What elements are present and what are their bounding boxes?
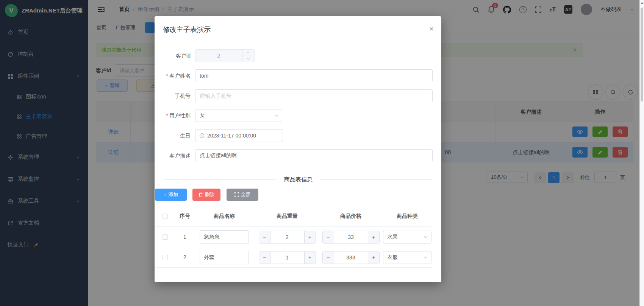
weight-stepper: − 2 + [259, 231, 316, 244]
column-header-name: 商品名称 [194, 213, 255, 220]
description-label: 客户描述 [155, 149, 191, 162]
chevron-down-icon [424, 235, 428, 239]
select-all-checkbox[interactable] [163, 214, 168, 219]
phone-label: 手机号 [155, 89, 191, 102]
decrease-button[interactable]: − [259, 231, 270, 243]
product-table-header: 序号 商品名称 商品重量 商品价格 商品种类 [155, 206, 433, 227]
customer-id-label: 客户id [155, 49, 191, 62]
product-row: 2 − 1 + − 333 + 衣服 [155, 247, 433, 268]
birthday-date-picker[interactable]: 2023-11-17 00:00:00 [195, 129, 283, 142]
row-index: 1 [176, 233, 194, 240]
chevron-down-icon [274, 113, 279, 118]
section-divider: 商品表信息 [164, 175, 433, 184]
weight-value[interactable]: 1 [270, 251, 304, 264]
edit-dialog: 修改主子表演示 × 客户id 2 *客户姓名 手机号 *用户性别 女 生日 20… [155, 16, 441, 282]
price-value[interactable]: 33 [334, 231, 368, 243]
product-row: 1 − 2 + − 33 + 水果 [155, 227, 433, 247]
plus-icon: + [164, 192, 167, 198]
clock-icon [199, 133, 205, 138]
product-fullscreen-button[interactable]: 全屏 [227, 189, 258, 201]
row-checkbox[interactable] [163, 234, 168, 240]
section-title: 商品表信息 [277, 176, 320, 183]
increase-button[interactable]: + [304, 251, 316, 264]
price-stepper: − 33 + [322, 231, 380, 244]
customer-id-value: 2 [195, 50, 242, 62]
decrease-button[interactable]: − [259, 251, 270, 264]
product-name-input[interactable] [200, 230, 249, 244]
decrease-button[interactable]: − [323, 251, 334, 264]
row-checkbox[interactable] [163, 255, 168, 260]
gender-select[interactable]: 女 [195, 109, 282, 122]
column-header-category: 商品种类 [382, 213, 433, 220]
product-add-button[interactable]: + 添加 [155, 189, 187, 201]
price-stepper: − 333 + [322, 251, 380, 264]
column-header-weight: 商品重量 [255, 213, 320, 220]
fullscreen-icon [234, 192, 239, 197]
product-delete-button[interactable]: 删除 [192, 189, 220, 201]
increase-button[interactable]: + [304, 231, 316, 243]
weight-stepper: − 1 + [259, 251, 316, 264]
dialog-title: 修改主子表演示 [163, 25, 211, 34]
customer-name-label: *客户姓名 [155, 69, 191, 82]
row-index: 2 [176, 254, 194, 261]
category-select[interactable]: 衣服 [383, 251, 431, 264]
decrease-button [242, 56, 254, 62]
price-value[interactable]: 333 [334, 251, 368, 264]
increase-button [242, 50, 254, 56]
birthday-label: 生日 [155, 129, 191, 142]
customer-id-stepper: 2 [195, 49, 255, 62]
column-header-index: 序号 [176, 212, 194, 219]
trash-icon [199, 192, 203, 197]
weight-value[interactable]: 2 [270, 231, 304, 243]
product-table: 序号 商品名称 商品重量 商品价格 商品种类 1 − 2 + − 33 + [155, 206, 433, 268]
close-icon[interactable]: × [429, 25, 434, 33]
scrollbar-thumb[interactable] [641, 8, 643, 101]
decrease-button[interactable]: − [323, 231, 334, 243]
category-select[interactable]: 水果 [383, 231, 431, 244]
description-input[interactable] [195, 149, 433, 162]
increase-button[interactable]: + [368, 231, 379, 243]
increase-button[interactable]: + [368, 251, 379, 264]
product-name-input[interactable] [200, 251, 249, 264]
gender-label: *用户性别 [155, 109, 191, 122]
column-header-price: 商品价格 [320, 213, 382, 220]
scrollbar[interactable] [639, 0, 644, 306]
chevron-down-icon [424, 255, 428, 260]
customer-name-input[interactable] [195, 69, 433, 82]
scrollbar-up-arrow[interactable] [641, 2, 644, 4]
phone-input[interactable] [195, 89, 433, 102]
